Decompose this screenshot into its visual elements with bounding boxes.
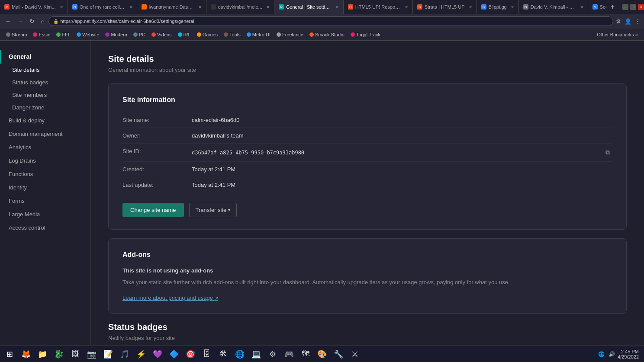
- network-icon[interactable]: 🌐: [598, 351, 605, 358]
- tab-close-icon[interactable]: ✕: [60, 5, 63, 10]
- field-label: Owner:: [122, 132, 192, 139]
- taskbar-app-17[interactable]: 🗺: [298, 346, 313, 362]
- sidebar-section-functions[interactable]: Functions: [0, 167, 90, 181]
- bookmark-pc[interactable]: PC: [131, 31, 148, 38]
- info-row-created: Created: Today at 2:41 PM: [122, 162, 612, 177]
- tab-favicon: N: [279, 4, 284, 10]
- tab-close-icon[interactable]: ✕: [129, 5, 132, 10]
- back-button[interactable]: ←: [3, 17, 13, 26]
- sidebar-general[interactable]: General: [0, 50, 90, 64]
- maximize-button[interactable]: □: [630, 4, 636, 10]
- taskbar-app-5[interactable]: 📝: [100, 346, 116, 362]
- address-bar[interactable]: 🔒 https://app.netlify.com/sites/calm-ecl…: [48, 16, 613, 26]
- bookmark-website[interactable]: Website: [74, 31, 102, 38]
- tab-sourcetree[interactable]: S Sourcetree | Free Gi... ✕: [588, 0, 606, 14]
- taskbar-app-2[interactable]: 🐉: [51, 346, 67, 362]
- taskbar-app-19[interactable]: 🔧: [331, 346, 346, 362]
- bookmark-favicon: [178, 32, 182, 37]
- other-bookmarks[interactable]: Other Bookmarks »: [594, 31, 641, 38]
- bookmark-ffl[interactable]: FFL: [54, 31, 73, 38]
- forward-button[interactable]: →: [16, 17, 25, 26]
- bookmark-irl[interactable]: IRL: [175, 31, 193, 38]
- taskbar-app-11[interactable]: 🗄: [199, 346, 215, 362]
- taskbar-app-10[interactable]: 🎯: [183, 346, 198, 362]
- close-button[interactable]: ✕: [638, 4, 644, 10]
- sidebar-item-site-members[interactable]: Site members: [0, 89, 90, 101]
- tab-html5up[interactable]: H HTML5 UP! Respons... ✕: [344, 0, 413, 14]
- sidebar-section-build-&-deploy[interactable]: Build & deploy: [0, 114, 90, 127]
- sidebar-section-identity[interactable]: Identity: [0, 181, 90, 194]
- sidebar-section-domain-management[interactable]: Domain management: [0, 127, 90, 141]
- tab-label: Sourcetree | Free Gi...: [600, 4, 606, 10]
- taskbar-app-0[interactable]: 🦊: [18, 346, 34, 362]
- tab-close-icon[interactable]: ✕: [511, 5, 514, 10]
- sidebar-section-forms[interactable]: Forms: [0, 194, 90, 208]
- bookmark-toggl-track[interactable]: Toggl Track: [348, 31, 383, 38]
- bookmark-games[interactable]: Games: [194, 31, 220, 38]
- extensions-button[interactable]: ⚙: [616, 18, 621, 25]
- tab-close-icon[interactable]: ✕: [405, 5, 408, 10]
- bookmark-modern[interactable]: Modern: [103, 31, 129, 38]
- tab-github[interactable]: davidvkimball/mele... ✕: [206, 0, 274, 14]
- tab-close-icon[interactable]: ✕: [198, 5, 202, 10]
- bookmark-videos[interactable]: Videos: [149, 31, 174, 38]
- tab-close-icon[interactable]: ✕: [335, 5, 339, 10]
- profile-icon[interactable]: 👤: [625, 18, 631, 25]
- tab-mail[interactable]: M Mail - David V. Kim... ✕: [0, 0, 68, 14]
- taskbar-app-1[interactable]: 📁: [35, 346, 50, 362]
- taskbar-app-16[interactable]: 🎮: [281, 346, 297, 362]
- taskbar-app-15[interactable]: ⚙: [265, 346, 280, 362]
- change-site-name-button[interactable]: Change site name: [122, 203, 184, 217]
- taskbar-app-13[interactable]: 🌐: [232, 346, 248, 362]
- bookmark-essie[interactable]: Essie: [30, 31, 53, 38]
- taskbar-app-20[interactable]: ⚔: [347, 346, 363, 362]
- external-link-icon: ↗: [215, 296, 218, 301]
- bookmark-metro-ui[interactable]: Metro UI: [244, 31, 273, 38]
- taskbar: ⊞ 🦊📁🐉🖼📷📝🎵⚡💜🔷🎯🗄🛠🌐💻⚙🎮🗺🎨🔧⚔ 🌐 🔊 2:45 PM 4/29…: [0, 345, 644, 362]
- bookmark-stream[interactable]: Stream: [3, 31, 29, 38]
- bookmark-freelance[interactable]: Freelance: [274, 31, 306, 38]
- tab-close-icon[interactable]: ✕: [469, 5, 472, 10]
- taskbar-app-7[interactable]: ⚡: [133, 346, 149, 362]
- taskbar-app-8[interactable]: 💜: [150, 346, 165, 362]
- start-button[interactable]: ⊞: [2, 346, 17, 362]
- transfer-site-button[interactable]: Transfer site ▾: [189, 203, 237, 217]
- bookmark-smack-studio[interactable]: Smack Studio: [307, 31, 347, 38]
- taskbar-app-18[interactable]: 🎨: [314, 346, 330, 362]
- refresh-button[interactable]: ↻: [28, 17, 36, 26]
- sidebar-item-status-badges[interactable]: Status badges: [0, 76, 90, 89]
- tab-david-kimball[interactable]: D David V. Kimball - D... ✕: [519, 0, 588, 14]
- tab-label: davidvkimball/mele...: [218, 4, 262, 10]
- tab-rare-collection[interactable]: O One of my rare colle... ✕: [68, 0, 137, 14]
- menu-button[interactable]: ⋮: [635, 18, 641, 25]
- tab-iwantmyname[interactable]: i iwantmyname Dashl... ✕: [137, 0, 206, 14]
- sidebar-section-analytics[interactable]: Analytics: [0, 141, 90, 154]
- taskbar-app-4[interactable]: 📷: [84, 346, 100, 362]
- field-label: Site name:: [122, 117, 192, 123]
- learn-more-link[interactable]: Learn more about pricing and usage ↗: [122, 295, 218, 301]
- copy-id-button[interactable]: ⧉: [603, 148, 612, 157]
- bookmark-label: Toggl Track: [356, 32, 380, 37]
- home-button[interactable]: ⌂: [39, 17, 46, 26]
- taskbar-app-14[interactable]: 💻: [248, 346, 264, 362]
- sidebar-section-large-media[interactable]: Large Media: [0, 208, 90, 221]
- main-content: Site details General information about y…: [91, 41, 644, 345]
- taskbar-app-6[interactable]: 🎵: [117, 346, 132, 362]
- sidebar-section-access-control[interactable]: Access control: [0, 221, 90, 234]
- taskbar-right: 🌐 🔊 2:45 PM 4/29/2022: [598, 349, 642, 359]
- sidebar-item-site-details[interactable]: Site details: [0, 64, 90, 76]
- tab-netlify[interactable]: N General | Site settings ✕: [274, 0, 344, 14]
- volume-icon[interactable]: 🔊: [608, 351, 615, 358]
- taskbar-app-9[interactable]: 🔷: [166, 346, 182, 362]
- taskbar-app-12[interactable]: 🛠: [216, 346, 231, 362]
- tab-strata[interactable]: S Strata | HTML5 UP ✕: [413, 0, 477, 14]
- tab-close-icon[interactable]: ✕: [580, 5, 583, 10]
- minimize-button[interactable]: ─: [622, 4, 628, 10]
- sidebar-section-log-drains[interactable]: Log Drains: [0, 154, 90, 167]
- taskbar-app-3[interactable]: 🖼: [68, 346, 83, 362]
- new-tab-button[interactable]: +: [606, 3, 619, 11]
- bookmark-tools[interactable]: Tools: [221, 31, 243, 38]
- tab-blippi[interactable]: B Blippi.gg ✕: [477, 0, 519, 14]
- sidebar-item-danger-zone[interactable]: Danger zone: [0, 101, 90, 114]
- tab-close-icon[interactable]: ✕: [266, 5, 270, 10]
